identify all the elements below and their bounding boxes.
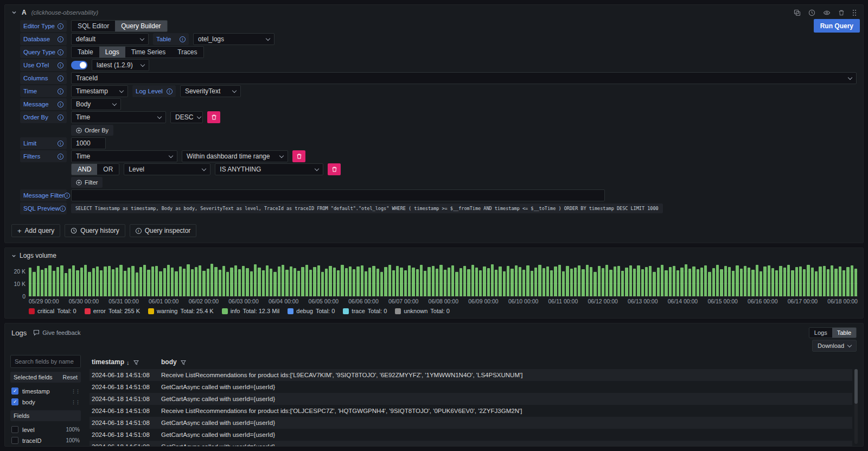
- filter-field-select[interactable]: Time: [71, 150, 177, 162]
- legend-item-critical[interactable]: criticalTotal: 0: [29, 308, 76, 314]
- volume-bar: [688, 269, 691, 296]
- message-filter-input[interactable]: [71, 189, 605, 201]
- option-and[interactable]: AND: [72, 164, 97, 175]
- label-text: Database: [23, 36, 50, 42]
- order-by-direction-select[interactable]: DESC: [170, 111, 203, 123]
- query-history-icon[interactable]: [808, 9, 815, 16]
- otel-version-select[interactable]: latest (1.2.9): [92, 59, 149, 71]
- legend-item-trace[interactable]: traceTotal: 0: [343, 308, 387, 314]
- info-icon: i: [58, 23, 63, 29]
- legend-item-debug[interactable]: debugTotal: 0: [288, 308, 335, 314]
- drag-handle-icon[interactable]: ⋮⋮: [71, 389, 80, 394]
- filter-icon[interactable]: [181, 360, 186, 365]
- query-type-label: Query Typei: [20, 46, 67, 58]
- legend-label: warning: [157, 308, 178, 314]
- remove-order-by-button[interactable]: [207, 111, 220, 123]
- run-query-button[interactable]: Run Query: [814, 19, 860, 33]
- field-checkbox[interactable]: [11, 398, 18, 405]
- option-traces[interactable]: Traces: [171, 47, 203, 58]
- volume-bar: [582, 269, 584, 296]
- query-history-button[interactable]: Query history: [65, 224, 125, 237]
- volume-bar: [708, 272, 711, 296]
- columns-multiselect[interactable]: TraceId: [71, 72, 857, 84]
- add-filter-button[interactable]: Filter: [71, 177, 103, 188]
- volume-bar: [65, 273, 67, 296]
- logs-volume-header[interactable]: Logs volume: [10, 251, 858, 261]
- collapse-logs-volume-icon[interactable]: [11, 253, 16, 258]
- remove-filter2-button[interactable]: [328, 163, 341, 175]
- option-logs[interactable]: Logs: [99, 47, 125, 58]
- chevron-down-icon: [140, 36, 144, 40]
- add-query-button[interactable]: +Add query: [11, 224, 60, 237]
- search-fields-input[interactable]: [10, 355, 81, 368]
- limit-input[interactable]: [71, 137, 106, 149]
- table-select[interactable]: otel_logs: [193, 33, 275, 45]
- give-feedback-link[interactable]: Give feedback: [33, 329, 80, 336]
- volume-bar: [388, 265, 391, 296]
- delete-query-icon[interactable]: [838, 9, 845, 16]
- limit-label: Limiti: [20, 137, 67, 149]
- log-level-select[interactable]: SeverityText: [180, 85, 241, 97]
- option-sql-editor[interactable]: SQL Editor: [72, 21, 115, 31]
- plus-icon: +: [17, 227, 22, 235]
- volume-bar: [491, 264, 494, 296]
- remove-filter-button[interactable]: [292, 150, 305, 162]
- filter-conjunction-toggle: ANDOR: [71, 163, 119, 175]
- y-tick-label: 10 K: [14, 281, 25, 287]
- label-text: Columns: [23, 75, 48, 81]
- time-column-select[interactable]: Timestamp: [71, 85, 128, 97]
- volume-bar: [199, 265, 201, 296]
- option-table[interactable]: Table: [832, 328, 856, 338]
- cell-timestamp: 2024-06-18 14:51:08: [90, 369, 159, 381]
- scrollbar-thumb[interactable]: [854, 369, 858, 404]
- legend-item-error[interactable]: errorTotal: 255 K: [85, 308, 140, 314]
- sort-desc-icon[interactable]: ↓: [126, 359, 130, 366]
- legend-item-unknown[interactable]: unknownTotal: 0: [395, 308, 450, 314]
- field-checkbox[interactable]: [11, 388, 18, 395]
- option-or[interactable]: OR: [97, 164, 119, 175]
- order-by-field-select[interactable]: Time: [71, 111, 166, 123]
- query-inspector-button[interactable]: i Query inspector: [130, 224, 197, 237]
- database-select[interactable]: default: [71, 33, 149, 45]
- logs-volume-legend: criticalTotal: 0errorTotal: 255 Kwarning…: [29, 308, 858, 314]
- button-label: Query history: [80, 227, 119, 234]
- drag-handle-icon[interactable]: ⋮⋮: [71, 399, 80, 405]
- option-logs[interactable]: Logs: [809, 328, 832, 338]
- x-tick-label: 05/31 00:00: [108, 298, 138, 304]
- hide-response-icon[interactable]: [823, 9, 831, 16]
- column-header-body[interactable]: body: [159, 355, 852, 369]
- message-column-select[interactable]: Body: [71, 98, 121, 110]
- filter-operator-select[interactable]: Within dashboard time range: [182, 150, 288, 162]
- reset-fields-button[interactable]: Reset: [63, 374, 78, 380]
- option-time-series[interactable]: Time Series: [125, 47, 172, 58]
- legend-item-warning[interactable]: warningTotal: 25.4 K: [148, 308, 214, 314]
- info-icon: i: [136, 228, 142, 234]
- logs-volume-yaxis: 20 K10 K0: [10, 263, 29, 296]
- add-order-by-button[interactable]: Order By: [71, 125, 113, 136]
- volume-bar: [436, 269, 438, 296]
- filter2-operator-select[interactable]: IS ANYTHING: [215, 163, 323, 175]
- download-button[interactable]: Download: [812, 340, 857, 352]
- field-checkbox[interactable]: [11, 437, 18, 444]
- logs-volume-plot: [29, 263, 858, 296]
- label-text: Order By: [23, 114, 48, 120]
- x-tick-label: 06/14 00:00: [668, 298, 698, 304]
- filter-icon[interactable]: [133, 360, 139, 365]
- column-header-timestamp[interactable]: timestamp↓: [90, 355, 159, 369]
- drag-handle-icon[interactable]: [852, 9, 857, 16]
- field-checkbox[interactable]: [11, 426, 18, 433]
- option-table[interactable]: Table: [72, 47, 99, 58]
- legend-item-info[interactable]: infoTotal: 12.3 Mil: [222, 308, 280, 314]
- duplicate-query-icon[interactable]: [794, 9, 801, 16]
- collapse-query-icon[interactable]: [11, 10, 17, 15]
- history-icon: [71, 227, 77, 234]
- x-tick-label: 06/18 00:00: [827, 298, 857, 304]
- volume-bar: [807, 265, 809, 296]
- option-query-builder[interactable]: Query Builder: [115, 21, 167, 31]
- use-otel-label: Use OTeli: [20, 59, 67, 71]
- volume-bar: [542, 268, 545, 296]
- legend-label: error: [93, 308, 106, 314]
- table-scrollbar[interactable]: [854, 369, 858, 444]
- use-otel-toggle[interactable]: [71, 61, 87, 69]
- filter2-field-select[interactable]: Level: [124, 163, 210, 175]
